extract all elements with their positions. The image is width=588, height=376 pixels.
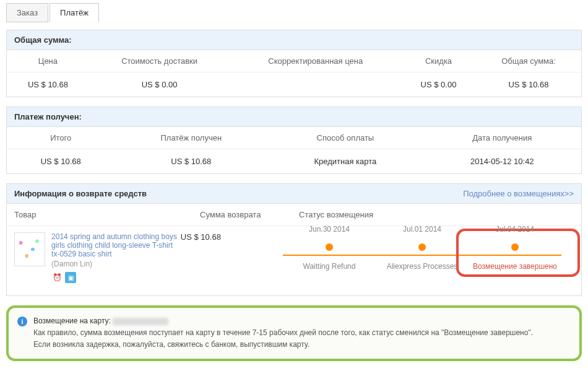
th-method: Способ оплаты xyxy=(267,127,423,149)
th-discount: Скидка xyxy=(401,50,476,72)
td-shipping: US $ 0.00 xyxy=(89,72,230,97)
step-dot-icon xyxy=(418,243,426,251)
step-date: Jul.01 2014 xyxy=(403,225,441,234)
total-title: Общая сумма: xyxy=(7,30,581,50)
step-label: Waitting Refund xyxy=(303,262,356,271)
info-text: Возмещение на карту: Как правило, сумма … xyxy=(33,315,533,351)
product-link[interactable]: 2014 spring and autumn clothing boys gir… xyxy=(51,232,177,258)
received-section: Платеж получен: Итого Платёж получен Спо… xyxy=(6,107,582,174)
th-shipping: Стоимость доставки xyxy=(89,50,230,72)
th-total: Общая сумма: xyxy=(476,50,581,72)
td-discount: US $ 0.00 xyxy=(401,72,476,97)
refund-section: Информация о возврате средств Подробнее … xyxy=(6,183,582,296)
refund-more-link[interactable]: Подробнее о возмещениях>> xyxy=(463,189,574,198)
redacted-card xyxy=(113,318,168,325)
col-status: Статус возмещения xyxy=(299,210,574,219)
timeline-step-3: Jul.04 2014 Возмещение завершено xyxy=(469,238,561,271)
th-itogo: Итого xyxy=(7,127,115,149)
received-table: Итого Платёж получен Способ оплаты Дата … xyxy=(7,127,581,173)
timeline-step-2: Jul.01 2014 Aliexpress Processes xyxy=(376,238,469,271)
clock-icon[interactable]: ⏰ xyxy=(51,272,63,283)
td-total: US $ 10.68 xyxy=(476,72,581,97)
product-info: 2014 spring and autumn clothing boys gir… xyxy=(51,232,181,283)
refund-title: Информация о возврате средств xyxy=(14,189,147,198)
refund-amount: US $ 10.68 xyxy=(181,232,270,242)
col-amount: Сумма возврата xyxy=(200,210,299,219)
td-adjusted xyxy=(230,72,401,97)
tab-order[interactable]: Заказ xyxy=(6,3,48,22)
td-received: US $ 10.68 xyxy=(115,149,267,174)
step-dot-icon xyxy=(511,243,519,251)
product-thumbnail[interactable] xyxy=(14,232,45,266)
timeline-step-1: Jun.30 2014 Waitting Refund xyxy=(283,238,376,271)
table-row: US $ 10.68 US $ 0.00 US $ 0.00 US $ 10.6… xyxy=(7,72,581,97)
photo-icon[interactable]: ▣ xyxy=(65,272,76,283)
info-line3: Если возникла задержка, пожалуйста, свяж… xyxy=(33,340,309,349)
th-date: Дата получения xyxy=(423,127,581,149)
col-product: Товар xyxy=(14,210,200,219)
step-date: Jul.04 2014 xyxy=(496,225,534,234)
total-section: Общая сумма: Цена Стоимость доставки Ско… xyxy=(6,30,582,97)
total-table: Цена Стоимость доставки Скорректированна… xyxy=(7,50,581,97)
step-dot-icon xyxy=(326,243,333,251)
received-title: Платеж получен: xyxy=(7,107,581,127)
step-date: Jun.30 2014 xyxy=(309,225,350,234)
product-vendor: (Damon Lin) xyxy=(51,260,181,268)
step-label: Aliexpress Processes xyxy=(387,262,458,271)
tab-payment[interactable]: Платёж xyxy=(50,3,99,22)
refund-columns: Товар Сумма возврата Статус возмещения xyxy=(7,204,581,226)
info-box: i Возмещение на карту: Как правило, сумм… xyxy=(6,305,582,361)
th-received: Платёж получен xyxy=(115,127,267,149)
refund-timeline: Jun.30 2014 Waitting Refund Jul.01 2014 … xyxy=(270,232,574,271)
td-itogo: US $ 10.68 xyxy=(7,149,115,174)
td-method: Кредитная карта xyxy=(267,149,423,174)
info-icon: i xyxy=(17,317,27,326)
step-label: Возмещение завершено xyxy=(473,262,557,271)
info-lead: Возмещение на карту: xyxy=(33,317,111,325)
td-price: US $ 10.68 xyxy=(7,72,89,97)
table-row: US $ 10.68 US $ 10.68 Кредитная карта 20… xyxy=(7,149,581,174)
th-adjusted: Скорректированная цена xyxy=(230,50,401,72)
tabs: Заказ Платёж xyxy=(6,3,582,22)
th-price: Цена xyxy=(7,50,89,72)
info-line2: Как правило, сумма возмещения поступает … xyxy=(33,328,533,337)
refund-row: 2014 spring and autumn clothing boys gir… xyxy=(7,226,581,295)
td-date: 2014-05-12 10:42 xyxy=(423,149,581,174)
